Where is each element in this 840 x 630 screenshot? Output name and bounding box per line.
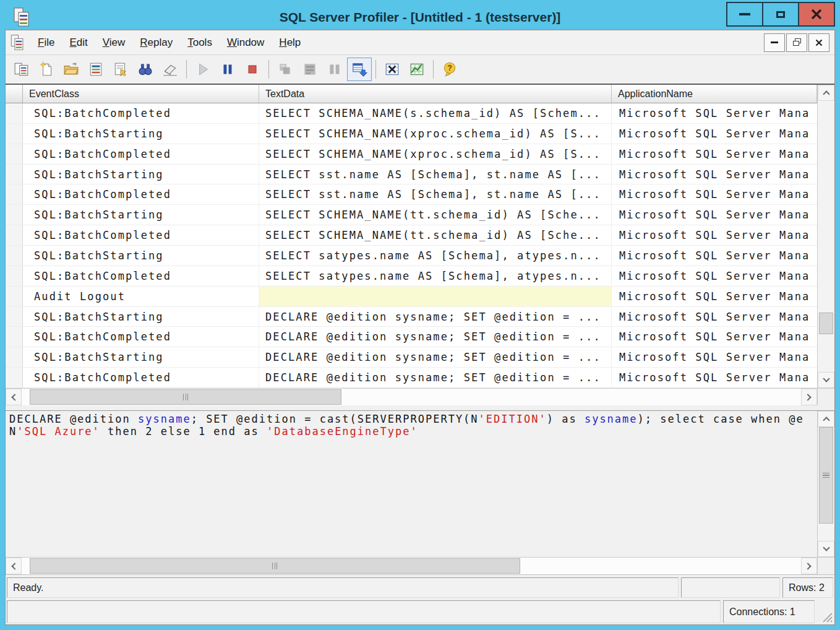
grid-vscroll-thumb[interactable] xyxy=(819,313,833,334)
scroll-up-button[interactable] xyxy=(818,411,834,427)
scroll-down-icon xyxy=(823,544,829,551)
table-row[interactable]: SQL:BatchStartingSELECT SCHEMA_NAME(tt.s… xyxy=(6,205,817,225)
scroll-up-button[interactable] xyxy=(818,85,834,101)
grid-vertical-scrollbar[interactable] xyxy=(817,85,834,388)
detail-horizontal-scrollbar[interactable] xyxy=(6,558,817,574)
scrollbar-corner xyxy=(817,389,834,405)
auto-scroll-icon xyxy=(351,61,367,77)
close-button[interactable] xyxy=(798,2,835,27)
pane-splitter[interactable] xyxy=(6,405,834,410)
minimize-icon xyxy=(739,13,750,15)
scroll-down-button[interactable] xyxy=(818,372,834,388)
excel-export-button[interactable] xyxy=(380,58,405,81)
scroll-up-icon xyxy=(823,416,829,423)
open-trace-button[interactable] xyxy=(59,58,84,81)
mdi-window-controls xyxy=(764,33,829,52)
menu-replay[interactable]: Replay xyxy=(132,33,180,52)
mdi-close-button[interactable] xyxy=(808,33,829,52)
thumb-grip-icon xyxy=(272,563,277,569)
menu-file[interactable]: File xyxy=(30,33,62,52)
row-selector-cell xyxy=(6,307,23,327)
minimize-button[interactable] xyxy=(726,2,763,27)
status-bar: Ready. Rows: 2 xyxy=(6,576,834,598)
table-row[interactable]: SQL:BatchCompletedSELECT SCHEMA_NAME(s.s… xyxy=(6,103,817,124)
start-trace-button xyxy=(191,58,215,81)
auto-scroll-button[interactable] xyxy=(347,58,372,81)
textdata-cell: SELECT SCHEMA_NAME(tt.schema_id) AS [Sch… xyxy=(259,225,612,245)
grid-vscroll-track[interactable] xyxy=(818,101,834,372)
mdi-minimize-button[interactable] xyxy=(764,33,785,52)
chart-view-button[interactable] xyxy=(405,58,429,81)
column-header-eventclass[interactable]: EventClass xyxy=(23,85,259,103)
title-bar: SQL Server Profiler - [Untitled - 1 (tes… xyxy=(5,5,835,30)
scroll-left-button[interactable] xyxy=(6,558,22,574)
scroll-right-button[interactable] xyxy=(801,558,817,574)
scroll-left-button[interactable] xyxy=(6,389,22,405)
textdata-cell: SELECT sst.name AS [Schema], st.name AS … xyxy=(259,165,612,184)
sql-line: N'SQL Azure' then 2 else 1 end as 'Datab… xyxy=(9,425,813,438)
menu-tools[interactable]: Tools xyxy=(180,33,220,52)
grid-hscroll-track[interactable] xyxy=(22,389,801,405)
properties-button[interactable] xyxy=(108,58,133,81)
table-row[interactable]: SQL:BatchStartingSELECT SCHEMA_NAME(xpro… xyxy=(6,124,817,144)
detail-vscroll-thumb[interactable] xyxy=(819,427,833,524)
scrollbar-corner xyxy=(817,558,834,574)
table-row[interactable]: SQL:BatchCompletedSELECT satypes.name AS… xyxy=(6,266,817,287)
menu-view[interactable]: View xyxy=(95,33,133,52)
scroll-right-button[interactable] xyxy=(801,389,817,405)
grid-hscroll-thumb[interactable] xyxy=(30,389,341,405)
thumb-grip-icon xyxy=(183,394,188,400)
table-row[interactable]: SQL:BatchCompletedDECLARE @edition sysna… xyxy=(6,327,817,347)
resize-grip[interactable] xyxy=(817,600,833,623)
menu-edit[interactable]: Edit xyxy=(62,33,95,52)
table-row[interactable]: SQL:BatchCompletedSELECT SCHEMA_NAME(xpr… xyxy=(6,144,817,165)
trace-file-button[interactable] xyxy=(84,58,108,81)
detail-hscroll-thumb[interactable] xyxy=(30,558,521,574)
maximize-button[interactable] xyxy=(762,2,799,27)
applicationname-cell: Microsoft SQL Server Mana xyxy=(612,307,817,327)
row-selector-cell xyxy=(6,124,23,144)
mdi-restore-button[interactable] xyxy=(786,33,807,52)
toolbar-separator xyxy=(186,60,187,79)
detail-vertical-scrollbar[interactable] xyxy=(817,411,834,557)
clear-trace-button[interactable] xyxy=(158,58,182,81)
find-button[interactable] xyxy=(133,58,158,81)
window-title: SQL Server Profiler - [Untitled - 1 (tes… xyxy=(5,10,835,25)
applicationname-cell: Microsoft SQL Server Mana xyxy=(612,124,817,144)
table-row[interactable]: SQL:BatchCompletedSELECT sst.name AS [Sc… xyxy=(6,184,817,205)
menu-help[interactable]: Help xyxy=(272,33,308,52)
detail-hscroll-track[interactable] xyxy=(22,558,801,574)
column-header-textdata[interactable]: TextData xyxy=(259,85,612,103)
help-button[interactable]: ? xyxy=(437,58,462,81)
row-selector-cell xyxy=(6,327,23,347)
scroll-down-icon xyxy=(823,375,829,382)
menu-window[interactable]: Window xyxy=(220,33,272,52)
table-row[interactable]: SQL:BatchCompletedDECLARE @edition sysna… xyxy=(6,368,817,388)
stop-trace-button[interactable] xyxy=(240,58,265,81)
table-row[interactable]: SQL:BatchCompletedSELECT SCHEMA_NAME(tt.… xyxy=(6,225,817,246)
table-row[interactable]: SQL:BatchStartingDECLARE @edition sysnam… xyxy=(6,347,817,368)
row-selector-cell xyxy=(6,184,23,204)
new-trace-button[interactable] xyxy=(9,58,34,81)
status-spacer-panel xyxy=(681,577,780,598)
trace-grid: EventClass TextData ApplicationName SQL:… xyxy=(6,84,834,405)
grid-header: EventClass TextData ApplicationName xyxy=(6,85,817,103)
table-row[interactable]: Audit LogoutMicrosoft SQL Server Mana xyxy=(6,287,817,307)
column-header-applicationname[interactable]: ApplicationName xyxy=(612,85,817,103)
textdata-cell: SELECT satypes.name AS [Schema], atypes.… xyxy=(259,246,612,265)
excel-export-icon xyxy=(384,61,400,77)
window-controls xyxy=(727,2,835,27)
row-selector-cell xyxy=(6,165,23,184)
detail-vscroll-track[interactable] xyxy=(818,427,834,541)
status-message: Ready. xyxy=(7,577,679,598)
table-row[interactable]: SQL:BatchStartingSELECT sst.name AS [Sch… xyxy=(6,165,817,185)
grid-horizontal-scrollbar[interactable] xyxy=(6,389,817,405)
eventclass-cell: SQL:BatchStarting xyxy=(23,124,259,144)
pause-trace-icon xyxy=(220,61,236,77)
table-row[interactable]: SQL:BatchStartingDECLARE @edition sysnam… xyxy=(6,307,817,327)
pause-trace-button[interactable] xyxy=(215,58,240,81)
scroll-down-button[interactable] xyxy=(818,541,834,557)
table-row[interactable]: SQL:BatchStartingSELECT satypes.name AS … xyxy=(6,246,817,266)
thumb-grip-icon xyxy=(823,473,829,478)
new-document-button[interactable] xyxy=(34,58,59,81)
